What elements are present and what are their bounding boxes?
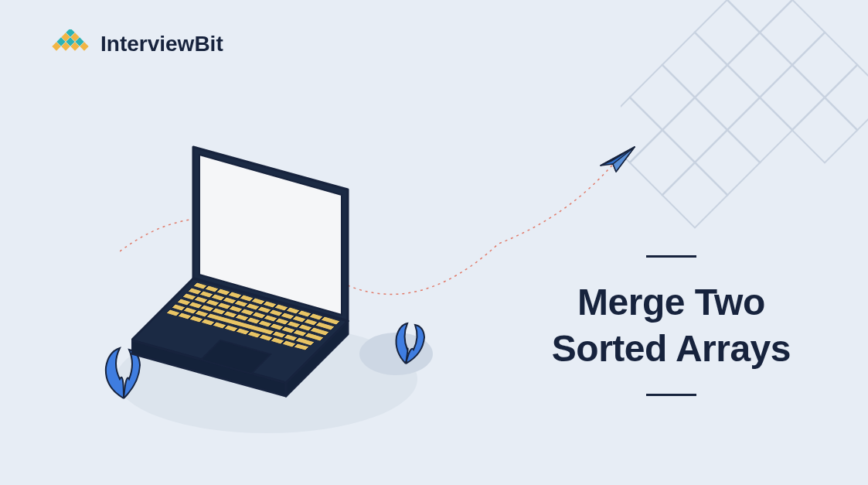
svg-rect-25 [695,130,761,196]
svg-rect-13 [662,32,728,98]
brand-logo: InterviewBit [48,29,223,59]
laptop-illustration [93,124,441,456]
svg-rect-10 [727,0,793,32]
title-rule-bottom [646,394,696,396]
svg-rect-21 [662,97,728,163]
svg-rect-11 [695,0,761,65]
svg-rect-17 [695,65,761,131]
brand-logo-icon [48,29,93,59]
paper-plane-icon [599,144,636,173]
laptop-icon [131,131,425,425]
svg-rect-18 [760,65,825,131]
svg-rect-23 [792,97,858,163]
svg-rect-12 [760,0,825,65]
svg-rect-19 [825,65,868,131]
svg-rect-22 [727,97,793,163]
svg-rect-14 [727,32,793,98]
svg-rect-26 [662,162,728,228]
svg-rect-16 [630,65,696,131]
svg-rect-15 [792,32,858,98]
brand-logo-text: InterviewBit [100,32,223,56]
leaf-right-decoration [390,317,433,367]
